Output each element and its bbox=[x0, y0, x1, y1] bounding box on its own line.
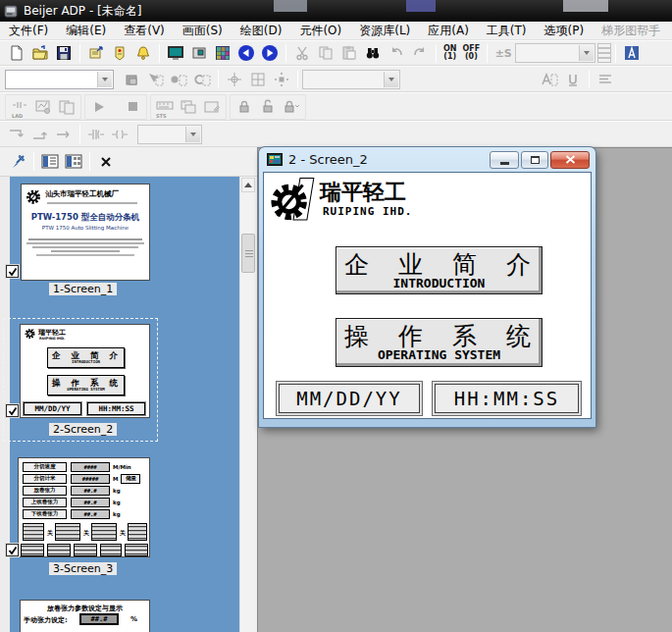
menu-item-tools[interactable]: 工具(T) bbox=[478, 22, 536, 40]
tag-button[interactable] bbox=[108, 42, 131, 64]
gear-logo-icon bbox=[24, 327, 36, 340]
combobox-dropdown-button[interactable] bbox=[579, 45, 594, 61]
screen-view-button[interactable] bbox=[187, 42, 211, 64]
shape-style-combobox[interactable] bbox=[5, 70, 114, 89]
menu-item-object[interactable]: 元件(O) bbox=[290, 22, 350, 40]
delete-screen-button[interactable] bbox=[94, 151, 118, 173]
background-window-fragment bbox=[406, 0, 436, 12]
off-state-button[interactable]: OFF (0) bbox=[460, 45, 484, 61]
screen-checkbox-3[interactable] bbox=[6, 544, 19, 556]
copy-screen-icon bbox=[180, 99, 197, 115]
previous-screen-button[interactable] bbox=[234, 42, 258, 64]
on-state-button[interactable]: ON (1) bbox=[440, 45, 460, 61]
panel-scrollbar[interactable] bbox=[239, 177, 255, 632]
export-screen-button[interactable] bbox=[84, 42, 108, 64]
toolbar-separator bbox=[589, 70, 590, 88]
menu-item-options[interactable]: 选项(P) bbox=[536, 22, 594, 40]
thumb3-row-value: ##.# bbox=[71, 486, 110, 496]
menu-item-draw[interactable]: 绘图(D) bbox=[232, 22, 291, 40]
operating-system-button[interactable]: 操 作 系 统 OPERATING SYSTEM bbox=[336, 318, 543, 367]
hmi-screen-canvas[interactable]: 瑞平轻工 RUIPING IHD. 企 业 简 介 INTRODUCTION 操… bbox=[263, 172, 592, 419]
screen-label-2[interactable]: 2-Screen_2 bbox=[49, 423, 117, 436]
next-screen-button[interactable] bbox=[258, 42, 282, 64]
combobox-dropdown-button[interactable] bbox=[384, 72, 398, 87]
text-toolbar-partial-button[interactable] bbox=[620, 42, 644, 64]
scrollbar-thumb[interactable] bbox=[241, 234, 255, 273]
checkmark-icon bbox=[8, 406, 18, 416]
text-a-icon bbox=[541, 72, 558, 87]
scroll-up-button[interactable] bbox=[241, 178, 255, 192]
screen-edit-button[interactable] bbox=[164, 42, 187, 64]
time-field[interactable]: HH:MM:SS bbox=[435, 384, 579, 413]
screen-thumbnail-3[interactable]: 分切速度 #### M/Min 分切计米 ##### M 储量 放卷张力 ##.… bbox=[18, 457, 150, 557]
font-combobox[interactable] bbox=[302, 70, 400, 89]
thumb4-row-label: 手动张力设定: bbox=[24, 615, 68, 625]
alarm-button[interactable] bbox=[131, 42, 155, 64]
combobox-dropdown-button[interactable] bbox=[185, 127, 200, 142]
menu-item-application[interactable]: 应用(A) bbox=[419, 22, 478, 40]
menu-item-edit[interactable]: 编辑(E) bbox=[57, 22, 115, 40]
date-field[interactable]: MM/DD/YY bbox=[279, 384, 420, 413]
scissors-icon bbox=[294, 45, 310, 61]
open-button[interactable] bbox=[28, 42, 52, 64]
menu-item-library[interactable]: 资源库(L) bbox=[350, 22, 419, 40]
copy-icon bbox=[318, 45, 334, 61]
menu-item-file[interactable]: 文件(F) bbox=[0, 22, 57, 40]
screen-checkbox-2[interactable] bbox=[6, 404, 19, 417]
toolbar-separator bbox=[89, 152, 90, 171]
new-button[interactable] bbox=[5, 42, 28, 64]
screen-thumbnail-2[interactable]: 瑞平轻工 RUIPING IHD. 企 业 简 介 INTRODUCTION 操… bbox=[20, 324, 150, 418]
screen-checkbox-1[interactable] bbox=[6, 265, 19, 278]
chevron-down-icon bbox=[584, 51, 590, 55]
unlock-icon bbox=[261, 99, 275, 114]
pointer-select-icon bbox=[146, 72, 164, 87]
thumb2-logo-en: RUIPING IHD. bbox=[39, 337, 65, 341]
pin-panel-button[interactable] bbox=[6, 151, 29, 173]
close-button[interactable] bbox=[550, 151, 590, 169]
floppy-icon bbox=[56, 45, 72, 61]
minimize-button[interactable] bbox=[490, 151, 519, 169]
spinner-down-icon bbox=[598, 57, 610, 59]
maximize-button[interactable] bbox=[521, 151, 548, 169]
window-titlebar[interactable]: Beijer ADP - [未命名] bbox=[0, 0, 672, 22]
screen-label-1[interactable]: 1-Screen_1 bbox=[49, 283, 117, 295]
app-icon bbox=[4, 4, 19, 19]
background-window-fragment bbox=[563, 0, 608, 12]
wizard-screen-icon bbox=[34, 99, 52, 115]
group-select-icon bbox=[193, 72, 211, 87]
window-title: Beijer ADP - [未命名] bbox=[24, 3, 141, 20]
thumb3-button-placeholder bbox=[74, 544, 97, 556]
thumb3-row-label: 放卷张力 bbox=[23, 486, 67, 496]
menu-item-view[interactable]: 查看(V) bbox=[115, 22, 174, 40]
view-thumbnails-button[interactable] bbox=[62, 151, 85, 173]
thumb3-row-value: #### bbox=[71, 462, 110, 472]
child-window[interactable]: 2 - Screen_2 bbox=[259, 147, 595, 427]
state-spinner[interactable] bbox=[597, 43, 611, 63]
toolbar-separator bbox=[218, 70, 219, 88]
state-combobox[interactable] bbox=[515, 43, 595, 63]
ladder-contact-icon bbox=[12, 100, 27, 110]
nudge-object-button bbox=[270, 69, 293, 90]
tile-screens-button[interactable] bbox=[211, 42, 234, 64]
os-button-en: OPERATING SYSTEM bbox=[378, 348, 500, 361]
text-placeholder bbox=[36, 254, 134, 256]
toolbar-group bbox=[84, 94, 147, 120]
menu-item-screen[interactable]: 画面(S) bbox=[174, 22, 232, 40]
find-button[interactable] bbox=[361, 42, 385, 64]
combobox-dropdown-button[interactable] bbox=[97, 72, 112, 87]
view-detail-button[interactable] bbox=[38, 151, 62, 173]
menu-bar: 文件(F) 编辑(E) 查看(V) 画面(S) 绘图(D) 元件(O) 资源库(… bbox=[0, 22, 672, 40]
thumb4-unit: % bbox=[130, 615, 137, 623]
thumb3-row-value: ##.# bbox=[71, 509, 110, 519]
save-button[interactable] bbox=[52, 42, 76, 64]
background-window-fragment bbox=[274, 0, 307, 12]
screen-thumbnail-1[interactable]: 汕头市瑞平轻工机械厂 PTW-1750 型全自动分条机 PTW 1750 Aut… bbox=[21, 184, 150, 281]
element-combobox[interactable] bbox=[137, 125, 202, 144]
child-titlebar[interactable]: 2 - Screen_2 bbox=[263, 147, 592, 172]
intro-button[interactable]: 企 业 简 介 INTRODUCTION bbox=[336, 246, 543, 294]
screen-label-3[interactable]: 3-Screen_3 bbox=[49, 562, 117, 575]
screen-thumbnail-4[interactable]: 放卷张力参数设定与显示 手动张力设定: ##.# % bbox=[20, 600, 150, 632]
thumb2-time-field: HH:MM:SS bbox=[87, 402, 145, 415]
mdi-workspace: 2 - Screen_2 bbox=[257, 147, 672, 632]
unlock-button bbox=[256, 96, 280, 118]
